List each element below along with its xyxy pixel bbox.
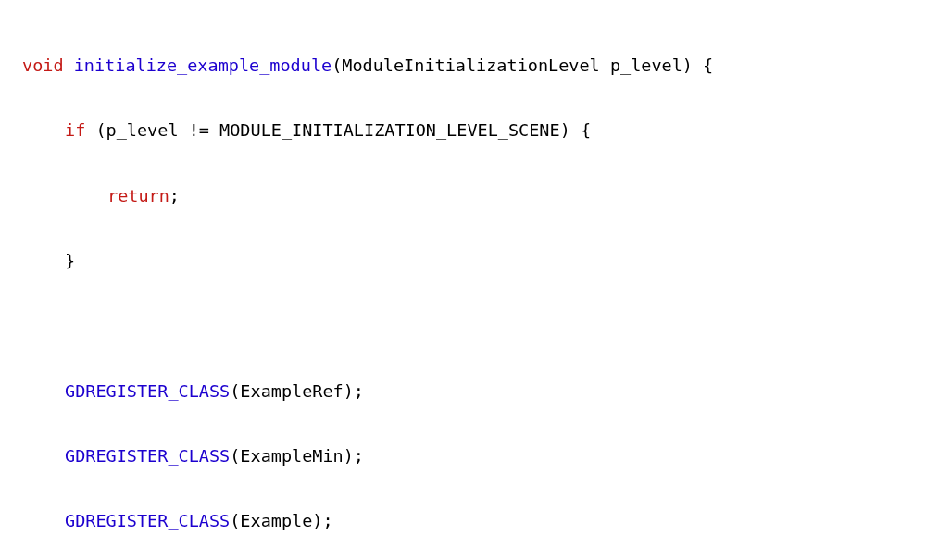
code-text: ;: [169, 186, 180, 205]
keyword-void: void: [22, 56, 64, 75]
code-text: (Example);: [230, 511, 332, 530]
macro-name: GDREGISTER_CLASS: [65, 381, 230, 401]
code-line: }: [22, 244, 926, 277]
keyword-if: if: [65, 120, 85, 140]
code-line: void initialize_example_module(ModuleIni…: [22, 49, 926, 81]
keyword-return: return: [107, 186, 169, 205]
macro-name: GDREGISTER_CLASS: [65, 446, 230, 466]
code-line: GDREGISTER_CLASS(ExampleMin);: [22, 440, 926, 472]
code-text: (ExampleMin);: [230, 446, 364, 466]
macro-name: GDREGISTER_CLASS: [65, 511, 230, 530]
code-text: (ExampleRef);: [230, 381, 364, 401]
code-line: if (p_level != MODULE_INITIALIZATION_LEV…: [22, 114, 926, 146]
code-text: (ModuleInitializationLevel p_level) {: [332, 56, 713, 75]
code-text: }: [65, 251, 75, 270]
function-name: initialize_example_module: [74, 56, 332, 75]
code-text: (p_level != MODULE_INITIALIZATION_LEVEL_…: [85, 120, 591, 140]
code-line: GDREGISTER_CLASS(Example);: [22, 504, 926, 537]
code-line: GDREGISTER_CLASS(ExampleRef);: [22, 375, 926, 407]
code-block: void initialize_example_module(ModuleIni…: [22, 17, 926, 560]
code-line: return;: [22, 180, 926, 212]
code-line-blank: [22, 309, 926, 342]
